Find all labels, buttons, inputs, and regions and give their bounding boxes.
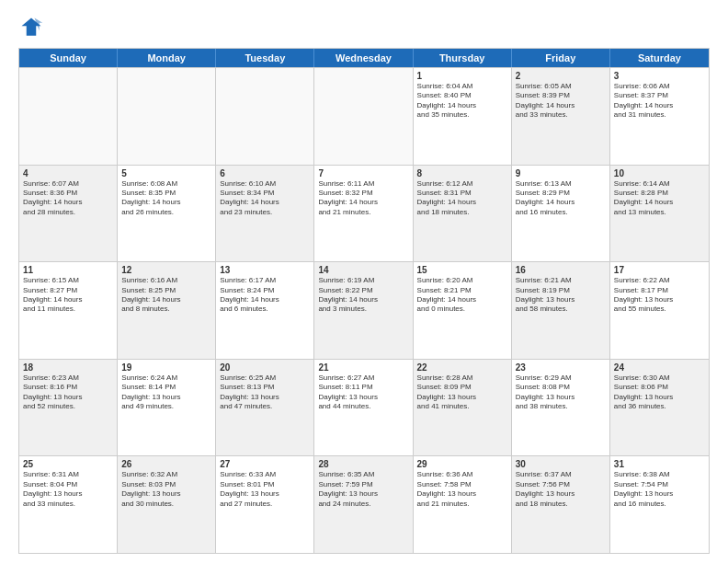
calendar-cell: 6Sunrise: 6:10 AM Sunset: 8:34 PM Daylig… [216, 166, 314, 262]
day-number: 27 [220, 459, 310, 469]
day-number: 15 [417, 265, 507, 275]
calendar-cell: 9Sunrise: 6:13 AM Sunset: 8:29 PM Daylig… [512, 166, 610, 262]
page: SundayMondayTuesdayWednesdayThursdayFrid… [0, 0, 728, 563]
cell-info: Sunrise: 6:27 AM Sunset: 8:11 PM Dayligh… [318, 373, 408, 412]
calendar-row: 18Sunrise: 6:23 AM Sunset: 8:16 PM Dayli… [19, 360, 709, 457]
day-number: 17 [614, 265, 705, 275]
calendar-cell: 5Sunrise: 6:08 AM Sunset: 8:35 PM Daylig… [118, 166, 216, 262]
day-number: 23 [516, 362, 606, 373]
cell-info: Sunrise: 6:35 AM Sunset: 7:59 PM Dayligh… [318, 470, 408, 509]
calendar-cell: 7Sunrise: 6:11 AM Sunset: 8:32 PM Daylig… [314, 166, 413, 262]
cell-info: Sunrise: 6:24 AM Sunset: 8:14 PM Dayligh… [121, 373, 211, 412]
calendar-cell: 31Sunrise: 6:38 AM Sunset: 7:54 PM Dayli… [610, 456, 709, 553]
calendar-cell: 25Sunrise: 6:31 AM Sunset: 8:04 PM Dayli… [19, 456, 118, 553]
cell-info: Sunrise: 6:31 AM Sunset: 8:04 PM Dayligh… [23, 470, 113, 509]
cell-info: Sunrise: 6:04 AM Sunset: 8:40 PM Dayligh… [417, 82, 507, 121]
calendar-cell: 1Sunrise: 6:04 AM Sunset: 8:40 PM Daylig… [414, 68, 512, 165]
weekday-header: Saturday [610, 49, 709, 67]
day-number: 18 [23, 362, 113, 373]
cell-info: Sunrise: 6:38 AM Sunset: 7:54 PM Dayligh… [614, 470, 705, 509]
day-number: 30 [516, 459, 606, 469]
weekday-header: Tuesday [216, 49, 314, 67]
day-number: 26 [121, 459, 211, 469]
calendar-cell: 29Sunrise: 6:36 AM Sunset: 7:58 PM Dayli… [414, 456, 512, 553]
day-number: 28 [318, 459, 408, 469]
calendar-cell: 27Sunrise: 6:33 AM Sunset: 8:01 PM Dayli… [216, 456, 314, 553]
cell-info: Sunrise: 6:20 AM Sunset: 8:21 PM Dayligh… [417, 276, 507, 315]
cell-info: Sunrise: 6:13 AM Sunset: 8:29 PM Dayligh… [516, 179, 606, 218]
cell-info: Sunrise: 6:28 AM Sunset: 8:09 PM Dayligh… [417, 373, 507, 412]
day-number: 11 [23, 265, 113, 275]
calendar-cell: 20Sunrise: 6:25 AM Sunset: 8:13 PM Dayli… [216, 360, 314, 456]
calendar-cell [118, 68, 216, 165]
cell-info: Sunrise: 6:21 AM Sunset: 8:19 PM Dayligh… [516, 276, 606, 315]
day-number: 16 [516, 265, 606, 275]
day-number: 7 [318, 168, 408, 178]
cell-info: Sunrise: 6:29 AM Sunset: 8:08 PM Dayligh… [516, 373, 606, 412]
logo-icon [18, 15, 44, 40]
cell-info: Sunrise: 6:16 AM Sunset: 8:25 PM Dayligh… [121, 276, 211, 315]
calendar-cell: 12Sunrise: 6:16 AM Sunset: 8:25 PM Dayli… [118, 262, 216, 359]
calendar-cell: 4Sunrise: 6:07 AM Sunset: 8:36 PM Daylig… [19, 166, 118, 262]
weekday-header: Thursday [414, 49, 512, 67]
calendar-cell [216, 68, 314, 165]
calendar-cell: 21Sunrise: 6:27 AM Sunset: 8:11 PM Dayli… [314, 360, 413, 456]
cell-info: Sunrise: 6:06 AM Sunset: 8:37 PM Dayligh… [614, 82, 705, 121]
cell-info: Sunrise: 6:36 AM Sunset: 7:58 PM Dayligh… [417, 470, 507, 509]
day-number: 3 [614, 71, 705, 81]
calendar-row: 1Sunrise: 6:04 AM Sunset: 8:40 PM Daylig… [19, 68, 709, 166]
weekday-header: Friday [512, 49, 610, 67]
cell-info: Sunrise: 6:22 AM Sunset: 8:17 PM Dayligh… [614, 276, 705, 315]
cell-info: Sunrise: 6:37 AM Sunset: 7:56 PM Dayligh… [516, 470, 606, 509]
calendar-cell: 23Sunrise: 6:29 AM Sunset: 8:08 PM Dayli… [512, 360, 610, 456]
day-number: 19 [121, 362, 211, 373]
calendar-body: 1Sunrise: 6:04 AM Sunset: 8:40 PM Daylig… [18, 68, 710, 554]
cell-info: Sunrise: 6:19 AM Sunset: 8:22 PM Dayligh… [318, 276, 408, 315]
cell-info: Sunrise: 6:23 AM Sunset: 8:16 PM Dayligh… [23, 373, 113, 412]
calendar-row: 11Sunrise: 6:15 AM Sunset: 8:27 PM Dayli… [19, 262, 709, 360]
weekday-header: Monday [118, 49, 216, 67]
day-number: 2 [516, 71, 606, 81]
calendar-cell: 3Sunrise: 6:06 AM Sunset: 8:37 PM Daylig… [610, 68, 709, 165]
day-number: 14 [318, 265, 408, 275]
day-number: 29 [417, 459, 507, 469]
day-number: 12 [121, 265, 211, 275]
calendar-cell: 11Sunrise: 6:15 AM Sunset: 8:27 PM Dayli… [19, 262, 118, 359]
calendar-cell: 15Sunrise: 6:20 AM Sunset: 8:21 PM Dayli… [414, 262, 512, 359]
logo [18, 15, 48, 40]
calendar-cell: 18Sunrise: 6:23 AM Sunset: 8:16 PM Dayli… [19, 360, 118, 456]
day-number: 6 [220, 168, 310, 178]
day-number: 31 [614, 459, 705, 469]
calendar-cell: 24Sunrise: 6:30 AM Sunset: 8:06 PM Dayli… [610, 360, 709, 456]
day-number: 1 [417, 71, 507, 81]
calendar-cell: 28Sunrise: 6:35 AM Sunset: 7:59 PM Dayli… [314, 456, 413, 553]
cell-info: Sunrise: 6:10 AM Sunset: 8:34 PM Dayligh… [220, 179, 310, 218]
day-number: 8 [417, 168, 507, 178]
calendar-row: 4Sunrise: 6:07 AM Sunset: 8:36 PM Daylig… [19, 166, 709, 263]
cell-info: Sunrise: 6:14 AM Sunset: 8:28 PM Dayligh… [614, 179, 705, 218]
cell-info: Sunrise: 6:08 AM Sunset: 8:35 PM Dayligh… [121, 179, 211, 218]
calendar-cell: 13Sunrise: 6:17 AM Sunset: 8:24 PM Dayli… [216, 262, 314, 359]
cell-info: Sunrise: 6:12 AM Sunset: 8:31 PM Dayligh… [417, 179, 507, 218]
day-number: 4 [23, 168, 113, 178]
day-number: 9 [516, 168, 606, 178]
day-number: 25 [23, 459, 113, 469]
day-number: 24 [614, 362, 705, 373]
cell-info: Sunrise: 6:30 AM Sunset: 8:06 PM Dayligh… [614, 373, 705, 412]
calendar: SundayMondayTuesdayWednesdayThursdayFrid… [18, 48, 710, 554]
header [18, 15, 710, 40]
cell-info: Sunrise: 6:25 AM Sunset: 8:13 PM Dayligh… [220, 373, 310, 412]
calendar-cell: 22Sunrise: 6:28 AM Sunset: 8:09 PM Dayli… [414, 360, 512, 456]
calendar-header: SundayMondayTuesdayWednesdayThursdayFrid… [18, 48, 710, 68]
calendar-cell: 30Sunrise: 6:37 AM Sunset: 7:56 PM Dayli… [512, 456, 610, 553]
calendar-cell: 26Sunrise: 6:32 AM Sunset: 8:03 PM Dayli… [118, 456, 216, 553]
calendar-cell [19, 68, 118, 165]
calendar-cell: 16Sunrise: 6:21 AM Sunset: 8:19 PM Dayli… [512, 262, 610, 359]
calendar-cell: 17Sunrise: 6:22 AM Sunset: 8:17 PM Dayli… [610, 262, 709, 359]
calendar-cell: 8Sunrise: 6:12 AM Sunset: 8:31 PM Daylig… [414, 166, 512, 262]
cell-info: Sunrise: 6:33 AM Sunset: 8:01 PM Dayligh… [220, 470, 310, 509]
cell-info: Sunrise: 6:17 AM Sunset: 8:24 PM Dayligh… [220, 276, 310, 315]
day-number: 10 [614, 168, 705, 178]
calendar-cell: 19Sunrise: 6:24 AM Sunset: 8:14 PM Dayli… [118, 360, 216, 456]
calendar-cell: 2Sunrise: 6:05 AM Sunset: 8:39 PM Daylig… [512, 68, 610, 165]
